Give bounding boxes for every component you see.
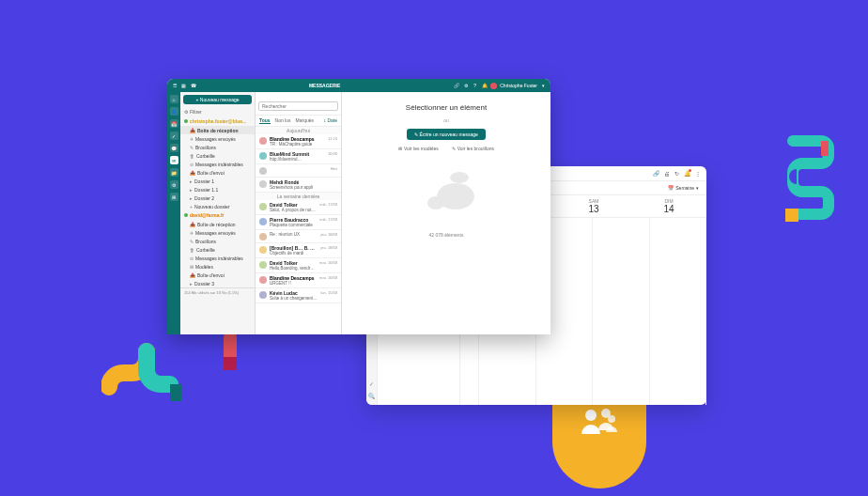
chat-icon[interactable]: 💬 bbox=[170, 144, 178, 152]
day-header[interactable]: DIM14 bbox=[631, 195, 706, 217]
folder-item[interactable]: ✎Brouillons bbox=[180, 237, 255, 245]
home-icon[interactable]: ⌂ bbox=[170, 95, 178, 103]
template-icon: ⊞ bbox=[398, 146, 402, 151]
preview-title: Sélectionner un élément bbox=[406, 103, 487, 112]
message-item[interactable]: Pierre BaudraccoPlaquette commerciale mi… bbox=[256, 215, 341, 230]
tab-all[interactable]: Tous bbox=[259, 117, 271, 124]
chevron-down-icon: ▾ bbox=[696, 185, 699, 191]
folder-icon: + bbox=[190, 204, 193, 209]
message-item[interactable]: Hier bbox=[256, 164, 341, 178]
search-input[interactable] bbox=[258, 101, 338, 111]
message-item[interactable]: Kévin LudacSuite à un changement… lun. 1… bbox=[256, 288, 341, 303]
avatar bbox=[259, 218, 267, 225]
folder-item[interactable]: 📤Boîte d'envoi bbox=[180, 271, 255, 279]
date-separator: Aujourd'hui bbox=[256, 127, 341, 134]
folder-item[interactable]: +Nouveau dossier bbox=[180, 202, 255, 210]
folder-icon: ⊘ bbox=[190, 256, 194, 261]
folder-item[interactable]: ⊘Messages indésirables bbox=[180, 160, 255, 168]
message-item[interactable]: David TolkerSalut, À propos de notre… mi… bbox=[256, 200, 341, 215]
svg-rect-1 bbox=[224, 357, 237, 370]
folder-icon: 📤 bbox=[190, 272, 195, 278]
avatar[interactable] bbox=[490, 83, 497, 89]
folder-icon: ✎ bbox=[190, 145, 194, 150]
decorative-s bbox=[783, 133, 838, 227]
avatar bbox=[259, 203, 267, 210]
user-name[interactable]: Christophe Fuster bbox=[500, 83, 537, 88]
menu-icon[interactable]: ☰ bbox=[171, 83, 178, 89]
bell-icon[interactable]: 🔔 bbox=[684, 170, 690, 177]
help-icon[interactable]: ? bbox=[472, 83, 478, 89]
refresh-icon[interactable]: ↻ bbox=[674, 170, 679, 177]
settings-icon[interactable]: ⚙ bbox=[462, 83, 469, 89]
svg-point-4 bbox=[608, 415, 615, 423]
day-column[interactable] bbox=[593, 218, 650, 405]
link-icon[interactable]: 🔗 bbox=[453, 83, 459, 89]
folder-item[interactable]: ⊘Messages indésirables bbox=[180, 254, 255, 262]
folder-item[interactable]: 📥Boîte de réception bbox=[180, 126, 255, 134]
apps-icon[interactable]: ⊞ bbox=[170, 193, 178, 201]
message-item[interactable]: Re : réunion UX jeu. 18/03 bbox=[256, 230, 341, 243]
message-item[interactable]: Blandine DescampsTR : MàChapitre guide 1… bbox=[256, 134, 341, 149]
item-count: 42 078 éléments bbox=[429, 232, 464, 238]
view-selector[interactable]: 📅 Semaine ▾ bbox=[668, 185, 699, 191]
bell-icon[interactable]: 🔔 bbox=[481, 83, 488, 89]
filter-tabs: Tous Non lus Marqués ↕ Date bbox=[256, 116, 341, 127]
print-icon[interactable]: 🖨 bbox=[664, 171, 670, 177]
folder-icon: 📤 bbox=[190, 170, 195, 176]
search-icon[interactable]: 🔍 bbox=[368, 393, 375, 399]
account-header[interactable]: david@farma.fr bbox=[180, 210, 255, 220]
mail-icon[interactable]: ✉ bbox=[170, 156, 178, 164]
folder-item[interactable]: 🗑Corbeille bbox=[180, 151, 255, 160]
folder-item[interactable]: ▸Dossier 2 bbox=[180, 194, 255, 202]
message-item[interactable]: Mehdi RondéScreenshots pour appli bbox=[256, 178, 341, 193]
avatar bbox=[259, 276, 267, 284]
folder-icon: ▸ bbox=[190, 187, 193, 193]
folder-item[interactable]: 📤Boîte d'envoi bbox=[180, 168, 255, 177]
calendar-icon[interactable]: 📅 bbox=[170, 119, 178, 128]
avatar bbox=[259, 246, 267, 254]
folder-icon[interactable]: 📁 bbox=[170, 168, 178, 177]
mail-window: ☰ ▦ ☎ MESSAGERIE 🔗 ⚙ ? 🔔 Christophe Fust… bbox=[167, 79, 550, 334]
folder-item[interactable]: ▸Dossier 3 bbox=[180, 279, 255, 287]
folder-item[interactable]: ⊞Modèles bbox=[180, 262, 255, 271]
account-header[interactable]: christophe.fuster@blue... bbox=[180, 116, 255, 126]
day-header[interactable]: SAM13 bbox=[556, 195, 631, 217]
phone-icon[interactable]: ☎ bbox=[190, 83, 196, 89]
folder-icon: ▸ bbox=[190, 281, 193, 287]
folder-item[interactable]: ▸Dossier 1 bbox=[180, 177, 255, 185]
drafts-link[interactable]: ✎Voir les brouillons bbox=[452, 146, 494, 151]
message-item[interactable]: BlueMind Summithttp://bluemind… 10:00 bbox=[256, 149, 341, 164]
tab-flagged[interactable]: Marqués bbox=[296, 117, 314, 124]
avatar bbox=[259, 137, 267, 145]
folder-item[interactable]: ✈Messages envoyés bbox=[180, 134, 255, 143]
status-dot bbox=[184, 119, 188, 123]
tab-unread[interactable]: Non lus bbox=[275, 117, 291, 124]
chevron-down-icon[interactable]: ▾ bbox=[540, 83, 547, 89]
tasks-icon[interactable]: ✓ bbox=[369, 380, 374, 387]
message-item[interactable]: David TolkerHello,Boarding, vendredi K… … bbox=[256, 258, 341, 273]
date-separator: La semaine dernière bbox=[256, 193, 341, 200]
folder-item[interactable]: 🗑Corbeille bbox=[180, 245, 255, 254]
compose-button[interactable]: ✎ Écrire un nouveau message bbox=[407, 129, 486, 140]
message-item[interactable]: [Brouillon] B… B. Descamps…Objectifs de … bbox=[256, 243, 341, 258]
draft-icon: ✎ bbox=[452, 146, 456, 151]
day-column[interactable] bbox=[650, 218, 707, 405]
folder-item[interactable]: ✎Brouillons bbox=[180, 143, 255, 151]
avatar bbox=[259, 261, 267, 269]
gear-icon[interactable]: ⚙ bbox=[170, 180, 178, 189]
folder-item[interactable]: 📥Boîte de réception bbox=[180, 220, 255, 228]
filter-icon: ⚙ bbox=[184, 109, 188, 115]
sort-selector[interactable]: ↕ Date bbox=[324, 117, 337, 124]
message-item[interactable]: Blandine DescampsURGENT !! mar. 16/03 bbox=[256, 273, 341, 288]
contacts-icon[interactable]: 👤 bbox=[170, 107, 178, 116]
filter-row[interactable]: ⚙Filtrer bbox=[180, 107, 255, 116]
link-icon[interactable]: 🔗 bbox=[653, 170, 659, 177]
new-message-button[interactable]: + Nouveau message bbox=[183, 95, 252, 104]
folder-item[interactable]: ▸Dossier 1.1 bbox=[180, 185, 255, 194]
grid-icon[interactable]: ▦ bbox=[180, 83, 187, 89]
templates-link[interactable]: ⊞Voir les modèles bbox=[398, 146, 439, 151]
folder-item[interactable]: ✈Messages envoyés bbox=[180, 228, 255, 237]
settings-icon[interactable]: ⋮ bbox=[695, 170, 701, 177]
status-dot bbox=[184, 213, 188, 217]
tasks-icon[interactable]: ✓ bbox=[170, 132, 178, 140]
